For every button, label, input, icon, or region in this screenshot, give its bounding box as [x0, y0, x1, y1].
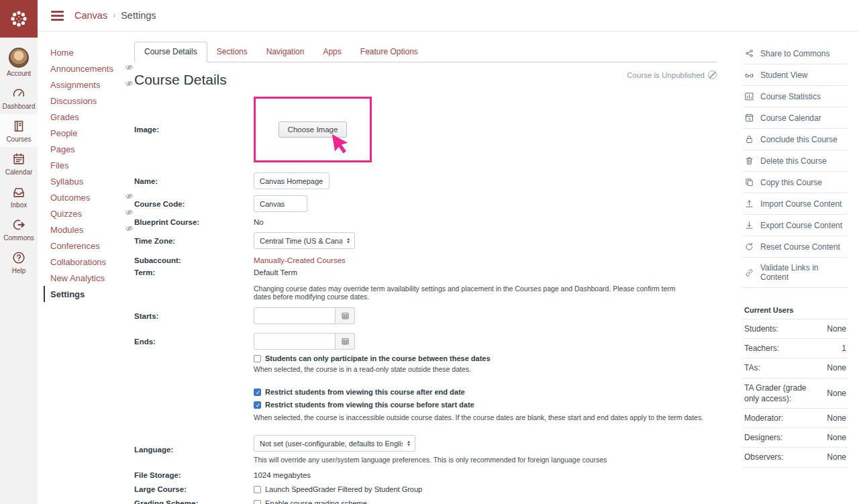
speedgrader-filter-checkbox[interactable]	[254, 486, 261, 493]
course-nav-pages[interactable]: Pages	[50, 141, 134, 157]
ends-calendar-button[interactable]	[336, 333, 355, 350]
blueprint-value: No	[254, 218, 264, 226]
global-nav-account[interactable]: Account	[0, 43, 38, 81]
course-nav-label: Announcements	[50, 64, 113, 74]
starts-calendar-button[interactable]	[336, 307, 355, 324]
breadcrumb-course-link[interactable]: Canvas	[74, 10, 107, 21]
language-note: This will override any user/system langu…	[254, 456, 607, 464]
global-nav-inbox[interactable]: Inbox	[0, 180, 38, 213]
import-upload-icon	[744, 199, 754, 209]
tab-course-details[interactable]: Course Details	[134, 42, 207, 62]
language-label: Language:	[134, 446, 254, 454]
hidden-eye-slash-icon	[125, 224, 134, 235]
course-nav-people[interactable]: People	[50, 125, 134, 141]
course-nav-modules[interactable]: Modules	[50, 221, 134, 238]
course-nav-label: Settings	[50, 289, 85, 299]
language-value: Not set (user-configurable, defaults to …	[260, 440, 403, 448]
action-label: Export Course Content	[760, 221, 842, 230]
action-label: Student View	[760, 70, 808, 80]
file-storage-value: 1024 megabytes	[254, 471, 311, 479]
ends-date-input[interactable]	[254, 333, 336, 350]
delete-course-button[interactable]: Delete this Course	[743, 150, 848, 172]
global-nav-label: Account	[7, 70, 31, 77]
tab-sections[interactable]: Sections	[207, 42, 257, 62]
course-nav-outcomes[interactable]: Outcomes	[50, 189, 134, 205]
course-nav-syllabus[interactable]: Syllabus	[50, 173, 134, 189]
hamburger-menu-icon[interactable]	[51, 11, 64, 21]
time-zone-select[interactable]: Central Time (US & Canada) (-06	[254, 232, 355, 249]
large-course-label: Large Course:	[134, 485, 254, 493]
global-nav-label: Courses	[6, 136, 31, 143]
user-role-count: None	[827, 452, 846, 462]
current-users-title: Current Users	[743, 303, 848, 319]
course-nav-discussions[interactable]: Discussions	[50, 93, 134, 109]
tab-apps[interactable]: Apps	[313, 42, 350, 62]
share-to-commons-button[interactable]: Share to Commons	[743, 43, 848, 64]
action-label: Share to Commons	[760, 49, 829, 58]
canvas-logo[interactable]	[0, 0, 38, 38]
export-course-content-button[interactable]: Export Course Content	[743, 215, 848, 236]
course-nav-home[interactable]: Home	[50, 44, 134, 60]
user-role-label: Moderator:	[744, 413, 783, 423]
time-zone-label: Time Zone:	[134, 237, 254, 245]
restrict-after-checkbox[interactable]	[254, 389, 261, 396]
course-nav-settings[interactable]: Settings	[44, 286, 134, 302]
restrict-before-checkbox[interactable]	[254, 401, 261, 409]
current-users-row-students: Students: None	[743, 319, 848, 339]
statistics-chart-icon	[744, 91, 754, 101]
course-nav-label: Modules	[50, 225, 83, 235]
course-calendar-button[interactable]: Course Calendar	[743, 107, 848, 129]
course-nav-collaborations[interactable]: Collaborations	[50, 254, 134, 270]
course-statistics-button[interactable]: Course Statistics	[743, 86, 848, 107]
action-label: Reset Course Content	[760, 242, 840, 252]
top-header: Canvas › Settings	[38, 0, 859, 32]
import-course-content-button[interactable]: Import Course Content	[743, 193, 848, 215]
global-nav-commons[interactable]: Commons	[0, 213, 38, 246]
action-label: Course Calendar	[760, 113, 821, 123]
course-nav-announcements[interactable]: Announcements	[50, 60, 134, 77]
course-name-input[interactable]	[254, 172, 330, 189]
global-nav: Account Dashboard Courses Calendar Inbox…	[0, 0, 38, 504]
image-label: Image:	[134, 125, 254, 134]
copy-course-button[interactable]: Copy this Course	[743, 172, 848, 193]
annotation-cursor-icon	[328, 131, 354, 158]
current-users-row-teachers: Teachers: 1	[743, 339, 848, 358]
inbox-tray-icon	[11, 185, 27, 199]
student-view-button[interactable]: Student View	[743, 64, 848, 86]
hidden-eye-slash-icon	[125, 208, 134, 219]
grading-scheme-checkbox[interactable]	[254, 500, 261, 504]
course-actions-sidebar: Share to Commons Student View Course Sta…	[743, 43, 848, 468]
global-nav-calendar[interactable]: Calendar	[0, 147, 38, 180]
starts-date-input[interactable]	[254, 307, 336, 324]
conclude-course-button[interactable]: Conclude this Course	[743, 129, 848, 150]
share-commons-icon	[744, 48, 754, 58]
term-value: Default Term	[254, 268, 297, 276]
course-nav-label: Discussions	[50, 96, 97, 106]
course-nav-conferences[interactable]: Conferences	[50, 238, 134, 254]
reset-course-content-button[interactable]: Reset Course Content	[743, 236, 848, 258]
global-nav-dashboard[interactable]: Dashboard	[0, 81, 38, 114]
validate-links-button[interactable]: Validate Links in Content	[743, 258, 848, 288]
course-nav-files[interactable]: Files	[50, 157, 134, 173]
participate-checkbox[interactable]	[254, 355, 261, 362]
user-avatar	[9, 48, 29, 68]
language-select[interactable]: Not set (user-configurable, defaults to …	[254, 435, 415, 452]
course-nav-label: Pages	[50, 144, 75, 154]
term-dates-note: Changing course dates may override term …	[254, 285, 691, 301]
tab-feature-options[interactable]: Feature Options	[351, 42, 427, 62]
subaccount-link[interactable]: Manually-Created Courses	[254, 256, 346, 264]
course-nav-new-analytics[interactable]: New Analytics	[50, 270, 134, 286]
course-nav-assignments[interactable]: Assignments	[50, 77, 134, 93]
trash-icon	[744, 156, 754, 166]
course-nav-label: Grades	[50, 112, 79, 122]
tab-navigation[interactable]: Navigation	[257, 42, 314, 62]
global-nav-label: Help	[12, 267, 26, 274]
course-nav-grades[interactable]: Grades	[50, 109, 134, 125]
name-label: Name:	[134, 177, 254, 185]
course-nav-quizzes[interactable]: Quizzes	[50, 205, 134, 221]
course-code-input[interactable]	[254, 195, 307, 212]
global-nav-help[interactable]: Help	[0, 246, 38, 279]
course-nav-label: Syllabus	[50, 177, 83, 187]
global-nav-courses[interactable]: Courses	[0, 114, 38, 147]
action-label: Conclude this Course	[760, 135, 838, 144]
